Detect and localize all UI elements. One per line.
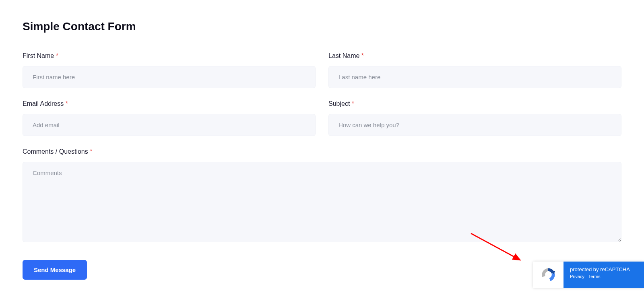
last-name-label-text: Last Name: [328, 52, 361, 59]
email-input[interactable]: [23, 114, 316, 136]
subject-label-text: Subject: [328, 100, 352, 107]
recaptcha-links: Privacy - Terms: [570, 274, 637, 279]
comments-textarea[interactable]: [23, 162, 621, 242]
email-group: Email Address *: [23, 100, 316, 136]
recaptcha-icon-box: [533, 262, 564, 288]
last-name-label: Last Name *: [328, 52, 621, 60]
first-name-group: First Name *: [23, 52, 316, 88]
recaptcha-badge[interactable]: protected by reCAPTCHA Privacy - Terms: [533, 262, 644, 288]
contact-form: First Name * Last Name * Email Address *…: [23, 52, 621, 280]
required-mark: *: [361, 52, 364, 59]
page-title: Simple Contact Form: [23, 20, 621, 33]
send-message-button[interactable]: Send Message: [23, 260, 87, 280]
comments-label: Comments / Questions *: [23, 148, 621, 155]
first-name-label: First Name *: [23, 52, 316, 60]
last-name-input[interactable]: [328, 66, 621, 88]
recaptcha-title: protected by reCAPTCHA: [570, 266, 637, 272]
recaptcha-privacy-link[interactable]: Privacy: [570, 274, 584, 279]
subject-label: Subject *: [328, 100, 621, 107]
required-mark: *: [352, 100, 354, 107]
recaptcha-separator: -: [584, 274, 588, 279]
email-label: Email Address *: [23, 100, 316, 107]
first-name-input[interactable]: [23, 66, 316, 88]
email-label-text: Email Address: [23, 100, 66, 107]
first-name-label-text: First Name: [23, 52, 56, 59]
required-mark: *: [56, 52, 58, 59]
comments-group: Comments / Questions *: [23, 148, 621, 242]
subject-input[interactable]: [328, 114, 621, 136]
recaptcha-text-box: protected by reCAPTCHA Privacy - Terms: [564, 262, 644, 288]
recaptcha-icon: [539, 266, 557, 284]
required-mark: *: [90, 148, 92, 155]
comments-label-text: Comments / Questions: [23, 148, 90, 155]
last-name-group: Last Name *: [328, 52, 621, 88]
subject-group: Subject *: [328, 100, 621, 136]
required-mark: *: [66, 100, 68, 107]
recaptcha-terms-link[interactable]: Terms: [588, 274, 601, 279]
